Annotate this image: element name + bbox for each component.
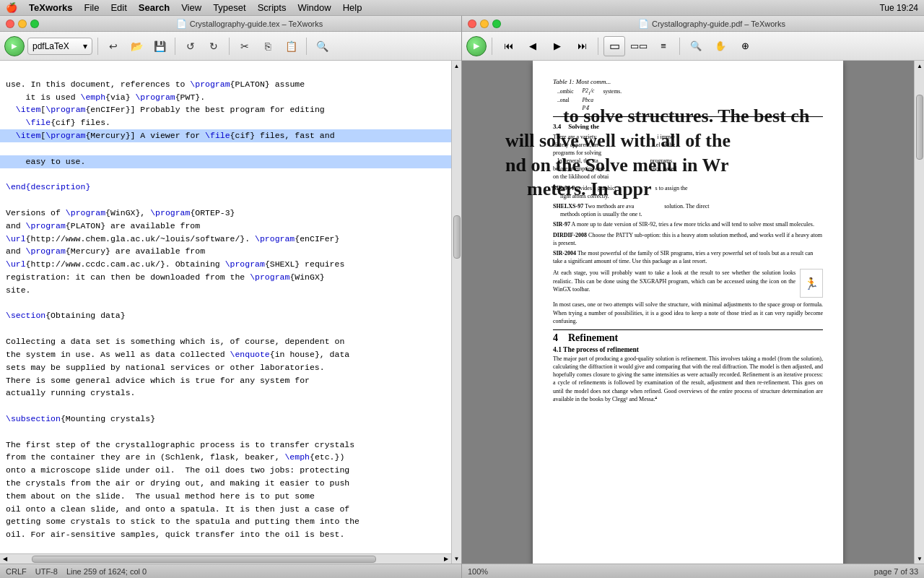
pdf-scrollbar-track[interactable]	[915, 71, 924, 553]
h-scroll-right[interactable]: ▶	[441, 554, 451, 564]
table-cell-r2c2: Pbca	[578, 96, 599, 104]
table-caption: Table 1: Most comm...	[553, 78, 823, 85]
menu-search[interactable]: Search	[139, 2, 170, 13]
scroll-down-arrow[interactable]: ▼	[452, 553, 462, 564]
pdf-page-info: page 7 of 33	[874, 567, 918, 576]
undo2-button[interactable]: ↺	[180, 36, 201, 56]
pdf-zoom-button[interactable]: 🔍	[685, 36, 707, 56]
editor-content[interactable]: use. In this document, references to \pr…	[0, 61, 451, 553]
pdf-minimize-button[interactable]	[480, 20, 489, 28]
apple-menu[interactable]: 🍎	[6, 2, 17, 13]
h-scrollbar-thumb[interactable]	[32, 556, 377, 563]
sir2004-label: SIR-2004	[553, 250, 576, 256]
dropdown-arrow-icon: ▾	[83, 41, 87, 51]
paste-button[interactable]: 📋	[281, 36, 301, 56]
line-12: and \program{Mercury} are available from	[6, 246, 205, 256]
line-11: \url{http://www.chem.gla.ac.uk/~louis/so…	[6, 234, 339, 243]
dirdif-text: Choose the PATTY sub-option: this is a h…	[553, 232, 822, 246]
pdf-table: ..ombic P21/c systems. ..onal Pbca	[553, 87, 626, 112]
para-collect: Collecting a data set is something which…	[6, 337, 349, 397]
table-cell-r1c3: systems.	[598, 87, 626, 96]
pdf-prev-page-button[interactable]: ◀	[522, 36, 544, 56]
menu-help[interactable]: Help	[343, 2, 362, 13]
tex-toolbar: ▶ pdfLaTeX ▾ ↩ 📂 💾 ↺ ↻ ✂ ⎘ 📋 🔍	[0, 32, 461, 61]
sir92-text: Provides a graphic, s to assign the ligh…	[553, 185, 688, 199]
menu-typeset[interactable]: Typeset	[213, 2, 246, 13]
pdf-close-button[interactable]	[468, 20, 476, 28]
menu-window[interactable]: Window	[297, 2, 331, 13]
sir97-entry: SIR-97 A more up to date version of SIR-…	[553, 220, 823, 228]
system-time: Tue 19:24	[879, 3, 918, 13]
minimize-button[interactable]	[18, 20, 27, 28]
save-button[interactable]: 💾	[149, 36, 170, 56]
pdf-window-title: Crystallography-guide.pdf – TeXworks	[652, 20, 785, 28]
line-section: \section	[6, 311, 45, 320]
search-button[interactable]: 🔍	[312, 36, 332, 56]
pdf-single-page-button[interactable]: ▭	[603, 36, 625, 56]
table-cell-r3c2: P4̄	[578, 104, 599, 112]
redo-button[interactable]: ↻	[204, 36, 224, 56]
scrollbar-track[interactable]	[452, 71, 461, 553]
pdf-viewer-window: 📄 Crystallography-guide.pdf – TeXworks ▶…	[462, 16, 924, 578]
menu-edit[interactable]: Edit	[110, 2, 126, 13]
pdf-continuous-button[interactable]: ≡	[653, 36, 674, 56]
line-section-arg: {Obtaining data}	[45, 311, 125, 320]
scrollbar-thumb[interactable]	[453, 215, 461, 259]
pdf-scroll-down[interactable]: ▼	[915, 553, 924, 564]
scroll-up-arrow[interactable]: ▲	[452, 61, 462, 71]
toolbar-separator-4	[306, 38, 307, 55]
sir97-label: SIR-97	[553, 221, 570, 228]
line-subsec-arg: {Mounting crystals}	[61, 414, 155, 423]
section-3-4-header: 3.4 Solving the	[553, 123, 823, 130]
line-1: use. In this document, references to \pr…	[6, 79, 305, 89]
menu-scripts[interactable]: Scripts	[258, 2, 287, 13]
pdf-v-scrollbar[interactable]: ▲ ▼	[914, 61, 924, 564]
sir92-entry: SIR-92 Provides a graphic, s to assign t…	[553, 184, 823, 200]
section-4-header: 4 Refinement	[553, 329, 823, 344]
pdf-page: Table 1: Most comm... ..ombic P21/c syst…	[533, 61, 843, 564]
close-button[interactable]	[6, 20, 14, 28]
run-button[interactable]: ▶	[4, 36, 25, 56]
pdf-double-page-button[interactable]: ▭▭	[628, 36, 650, 56]
menu-file[interactable]: File	[84, 2, 99, 13]
pdf-maximize-button[interactable]	[492, 20, 501, 28]
menu-view[interactable]: View	[181, 2, 201, 13]
typeset-dropdown[interactable]: pdfLaTeX ▾	[27, 38, 92, 55]
pdf-scrollbar-thumb[interactable]	[916, 95, 923, 160]
editor-scroll-area: use. In this document, references to \pr…	[0, 61, 461, 564]
h-scrollbar[interactable]: ◀ ▶	[0, 553, 451, 564]
copy-button[interactable]: ⎘	[258, 36, 278, 56]
tex-file-icon: 📄	[176, 19, 187, 29]
v-scrollbar[interactable]: ▲ ▼	[451, 61, 461, 564]
pdf-toolbar-sep2	[598, 38, 598, 55]
pdf-scroll-area: to solve structures. The best ch will so…	[462, 61, 924, 564]
pdf-last-page-button[interactable]: ⏭	[571, 36, 593, 56]
pdf-toolbar: ▶ ⏮ ◀ ▶ ⏭ ▭ ▭▭ ≡ 🔍 ✋ ⊕	[462, 32, 924, 61]
pdf-first-page-button[interactable]: ⏮	[497, 36, 519, 56]
undo-button[interactable]: ↩	[103, 36, 123, 56]
pdf-toolbar-sep3	[679, 38, 680, 55]
sir2004-entry: SIR-2004 The most powerful of the family…	[553, 249, 823, 265]
cut-button[interactable]: ✂	[235, 36, 255, 56]
line-6-hl: easy to use.	[0, 155, 451, 168]
pdf-file-icon: 📄	[638, 19, 649, 29]
pdf-next-page-button[interactable]: ▶	[546, 36, 568, 56]
section-4-1-header: 4.1 The process of refinement	[553, 346, 823, 353]
maximize-button[interactable]	[30, 20, 39, 28]
pdf-main: to solve structures. The best ch will so…	[462, 61, 914, 564]
pdf-select-button[interactable]: ⊕	[734, 36, 756, 56]
sir92-label: SIR-92	[553, 185, 570, 191]
line-3: \item[\program{enCIFer}] Probably the be…	[6, 105, 325, 114]
pdf-run-button[interactable]: ▶	[466, 36, 487, 56]
pdf-title-bar: 📄 Crystallography-guide.pdf – TeXworks	[462, 16, 924, 32]
h-scrollbar-track[interactable]	[10, 554, 441, 564]
pdf-hand-button[interactable]: ✋	[710, 36, 731, 56]
body-4-1: The major part of producing a good-quali…	[553, 355, 823, 403]
h-scroll-left[interactable]: ◀	[0, 554, 10, 564]
section-3-4-title: Solving the	[568, 123, 599, 130]
pdf-content-area[interactable]: to solve structures. The best ch will so…	[462, 61, 914, 564]
open-button[interactable]: 📂	[126, 36, 147, 56]
pdf-scroll-up[interactable]: ▲	[915, 61, 924, 71]
line-14: registration: it can then be downloaded …	[6, 272, 325, 282]
line-10: and \program{PLATON} are available from	[6, 221, 200, 230]
